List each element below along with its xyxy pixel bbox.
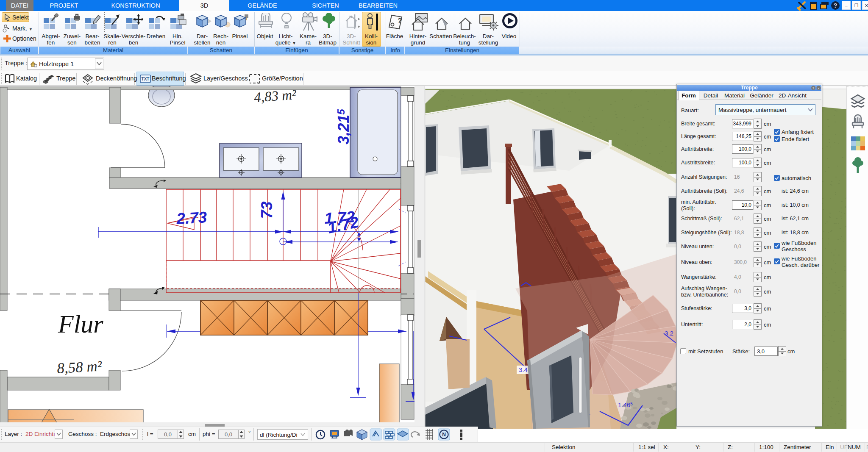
- svg-text:Flur: Flur: [58, 310, 103, 338]
- svg-text:8,58 m²: 8,58 m²: [56, 358, 102, 377]
- svg-text:x: x: [818, 86, 820, 90]
- svg-text:?: ?: [397, 17, 402, 25]
- svg-text:4,83 m²: 4,83 m²: [253, 87, 297, 105]
- svg-text:73: 73: [258, 201, 275, 219]
- svg-text:2.73: 2.73: [175, 208, 207, 227]
- svg-text:?: ?: [812, 86, 815, 90]
- svg-text:N: N: [442, 432, 446, 438]
- svg-text:?: ?: [834, 2, 837, 9]
- svg-text:TXT: TXT: [142, 77, 150, 81]
- svg-text:3.2: 3.2: [665, 330, 673, 337]
